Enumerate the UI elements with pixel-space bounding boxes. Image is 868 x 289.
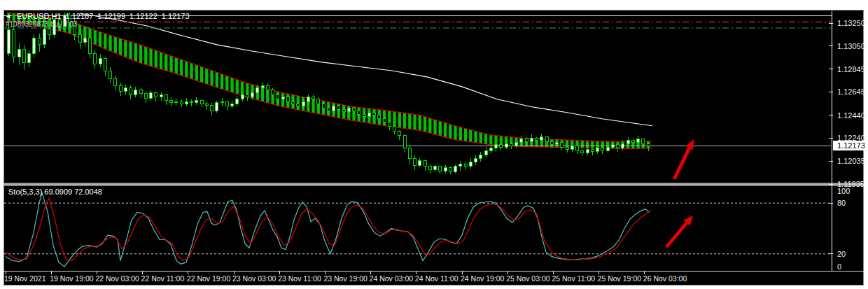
ribbon-bar: [372, 11, 375, 186]
time-axis-label: 24 Nov 03:00: [370, 274, 414, 283]
ribbon-bar: [94, 11, 97, 186]
time-axis-label: 23 Nov 03:00: [232, 274, 276, 283]
indicator-scale-label: 100: [837, 187, 850, 195]
ribbon-bar: [363, 11, 365, 186]
candle-body: [266, 85, 269, 90]
candle-body: [22, 49, 25, 63]
candle-body: [510, 143, 512, 146]
ribbon-bar: [596, 11, 598, 186]
candle-body: [38, 38, 41, 45]
time-axis-label: 25 Nov 11:00: [552, 274, 595, 283]
ribbon-bar: [606, 11, 609, 186]
candlestick-series[interactable]: [8, 13, 650, 174]
time-axis[interactable]: 19 Nov 202119 Nov 19:0022 Nov 03:0022 No…: [4, 272, 687, 283]
ribbon-bar: [393, 11, 396, 186]
price-axis[interactable]: 1.132501.130501.128451.126451.124401.122…: [829, 19, 865, 188]
time-axis-label: 25 Nov 03:00: [506, 274, 550, 283]
price-axis-label: 1.12440: [837, 111, 865, 120]
ribbon-bar: [545, 11, 548, 186]
ribbon-bar: [622, 11, 624, 186]
candle-body: [383, 119, 386, 122]
ribbon-bar: [68, 11, 71, 186]
candle-body: [353, 108, 356, 111]
candle-body: [626, 140, 629, 143]
ribbon-bar: [22, 11, 25, 186]
price-axis-label: 1.13050: [837, 42, 865, 50]
one-click-trading-icon[interactable]: ◄: [5, 13, 11, 20]
ribbon-bar: [368, 11, 370, 186]
arrow-shaft: [674, 148, 690, 179]
chart-title-line: ◄ EURUSD,H1 1.12187 1.12199 1.12122 1.12…: [5, 12, 190, 20]
candle-body: [444, 167, 447, 171]
ribbon-bar: [403, 11, 406, 186]
ribbon-bar: [271, 11, 274, 186]
ribbon-bar: [119, 11, 122, 186]
candle-body: [489, 148, 492, 150]
ribbon-bar: [205, 11, 208, 186]
candle-body: [200, 101, 203, 104]
ma-ribbon: [7, 11, 650, 186]
ribbon-bar: [225, 11, 228, 186]
candle-body: [611, 145, 614, 147]
candle-body: [500, 145, 503, 147]
ribbon-bar: [266, 11, 269, 186]
candle-body: [414, 158, 416, 165]
ribbon-bar: [352, 11, 355, 186]
candle-body: [464, 164, 467, 167]
candle-body: [225, 101, 228, 106]
ribbon-bar: [398, 11, 401, 186]
trend-arrow-main[interactable]: [674, 139, 694, 179]
candle-body: [622, 143, 624, 148]
candle-body: [185, 101, 188, 104]
candle-body: [550, 141, 553, 145]
ribbon-bar: [631, 11, 634, 186]
candle-body: [566, 147, 568, 149]
candle-body: [393, 127, 396, 132]
current-price-tag-text: 1.12173: [837, 141, 865, 150]
arrow-shaft: [666, 223, 687, 247]
candle-body: [190, 101, 193, 103]
candle-body: [358, 111, 360, 114]
candle-body: [337, 106, 340, 110]
candle-body: [505, 143, 507, 147]
time-axis-label: 24 Nov 19:00: [461, 274, 505, 283]
candle-body: [216, 103, 218, 111]
ribbon-bar: [297, 11, 300, 186]
ribbon-bar: [388, 11, 391, 186]
candle-body: [8, 30, 10, 54]
indicator-scale-label: 80: [837, 199, 846, 207]
candle-body: [307, 97, 309, 102]
ribbon-bar: [322, 11, 325, 186]
candle-body: [164, 94, 167, 100]
candle-body: [459, 164, 462, 167]
ribbon-bar: [444, 11, 447, 186]
candle-body: [297, 104, 300, 106]
ribbon-bar: [216, 11, 218, 186]
candle-body: [272, 90, 274, 95]
ribbon-bar: [550, 11, 553, 186]
ribbon-bar: [520, 11, 523, 186]
price-axis-label: 1.12645: [837, 87, 865, 96]
time-axis-label: 26 Nov 03:00: [643, 274, 687, 283]
ribbon-bar: [484, 11, 487, 186]
ribbon-bar: [342, 11, 345, 186]
time-axis-label: 23 Nov 19:00: [323, 274, 368, 283]
indicator-scale-label: 0: [837, 262, 841, 271]
ribbon-bar: [383, 11, 386, 186]
stochastic-d-line: [6, 198, 651, 261]
ribbon-bar: [464, 11, 467, 186]
trend-arrow-indicator[interactable]: [666, 216, 693, 247]
chart-canvas[interactable]: 1.132501.130501.128451.126451.124401.122…: [0, 0, 868, 289]
ribbon-bar: [302, 11, 304, 186]
ribbon-upper-border: [7, 13, 652, 142]
ribbon-bar: [616, 11, 619, 186]
candle-body: [525, 139, 528, 141]
candle-body: [556, 143, 559, 145]
candle-body: [596, 148, 599, 152]
ribbon-bar: [108, 11, 111, 186]
ribbon-bar: [256, 11, 259, 186]
candle-body: [231, 104, 234, 106]
open-order-label[interactable]: #1089320873 buy 0.03: [6, 20, 77, 28]
candle-body: [170, 101, 173, 103]
ribbon-bar: [358, 11, 360, 186]
